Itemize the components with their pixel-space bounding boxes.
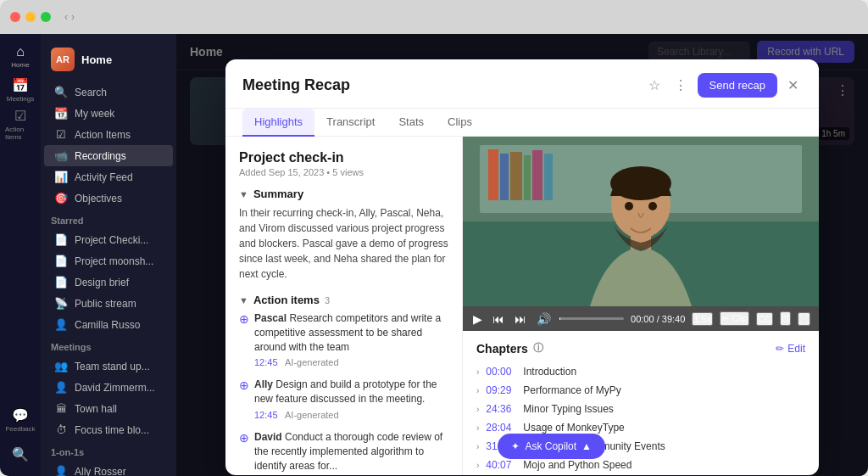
minimize-button[interactable] (25, 12, 36, 22)
close-button[interactable] (10, 12, 20, 22)
volume-button[interactable]: 🔊 (535, 312, 553, 326)
more-options-button[interactable]: ⋮ (670, 76, 691, 95)
clip-button[interactable]: ✂ Clip (720, 311, 749, 326)
action-desc-3: Conduct a thorough code review of the re… (254, 431, 442, 472)
send-recap-button[interactable]: Send recap (698, 73, 778, 98)
svg-rect-5 (510, 152, 522, 200)
sidebar-item-actionitems[interactable]: ☑ Action Items (44, 124, 173, 145)
action-meta-2: 12:45 AI-generated (254, 406, 448, 422)
action-person-3: David (254, 431, 282, 443)
star-button[interactable]: ☆ (645, 76, 664, 95)
sidebar-item-project-checkin[interactable]: 📄 Project Checki... (44, 229, 173, 250)
person-icon: 👤 (54, 318, 68, 331)
chapter-chevron-2: › (476, 405, 479, 414)
nav-action-items[interactable]: ☑ Action Items (5, 109, 36, 139)
sidebar-item-objectives-label: Objectives (75, 193, 122, 204)
sidebar-item-ally[interactable]: 👤 Ally Rosser (44, 461, 173, 476)
modal-left-panel: Project check-in Added Sep 15, 2023 • 5 … (225, 137, 463, 475)
meeting-title: Project check-in (239, 150, 448, 165)
skip-forward-button[interactable]: ⏭ (513, 312, 528, 326)
action-items-section-header[interactable]: ▼ Action items 3 (239, 294, 448, 306)
home-title: Home (81, 53, 112, 66)
chapter-item-0[interactable]: › 00:00 Introduction (476, 362, 805, 381)
chapter-chevron-3: › (476, 423, 479, 433)
chapters-info-icon: ⓘ (533, 341, 543, 356)
collapse-action-items-icon: ▼ (239, 295, 248, 305)
copilot-chevron-icon: ▲ (581, 440, 592, 452)
chapter-name-3: Usage of MonkeyType (523, 422, 624, 434)
action-content-2: Ally Design and build a prototype for th… (254, 378, 448, 422)
tab-transcript[interactable]: Transcript (314, 109, 387, 137)
stream-icon: 📡 (54, 297, 68, 310)
modal-overlay: Meeting Recap ☆ ⋮ Send recap ✕ Highlight… (176, 34, 868, 476)
ally-icon: 👤 (54, 465, 68, 476)
ask-copilot-button[interactable]: ✦ Ask Copilot ▲ (498, 434, 605, 459)
david-icon: 👤 (54, 381, 68, 394)
nav-feedback-label: Feedback (5, 425, 35, 433)
svg-rect-3 (488, 149, 498, 200)
fullscreen-button[interactable]: ⛶ (798, 312, 810, 326)
nav-feedback[interactable]: 💬 Feedback (5, 405, 36, 435)
action-ai-2: AI-generated (285, 410, 339, 420)
chapter-chevron-0: › (476, 367, 479, 377)
sidebar-item-design-brief[interactable]: 📄 Design brief (44, 272, 173, 293)
sidebar-item-public-stream[interactable]: 📡 Public stream (44, 293, 173, 314)
sidebar-item-objectives[interactable]: 🎯 Objectives (44, 188, 173, 209)
speed-button[interactable]: 1.5x (692, 312, 713, 326)
sidebar-townhall-label: Town hall (75, 403, 117, 415)
collapse-summary-icon: ▼ (239, 189, 248, 199)
maximize-button[interactable] (41, 12, 51, 22)
sidebar-item-search-label: Search (75, 87, 107, 98)
cc-button[interactable]: CC (756, 312, 773, 326)
sidebar: AR Home 🔍 Search 📆 My week ☑ Action Item… (41, 34, 176, 476)
video-frame (463, 137, 819, 306)
sidebar-item-focustime[interactable]: ⏱ Focus time blo... (44, 419, 173, 440)
sidebar-item-recordings[interactable]: 📹 Recordings (44, 145, 173, 166)
nav-search-icon-btn[interactable]: 🔍 (5, 439, 36, 469)
doc-icon-2: 📄 (54, 255, 68, 267)
tab-clips[interactable]: Clips (436, 109, 484, 137)
tab-highlights[interactable]: Highlights (242, 109, 314, 137)
add-icon-1[interactable]: ⊕ (239, 312, 249, 326)
sidebar-item-townhall[interactable]: 🏛 Town hall (44, 398, 173, 419)
sidebar-item-project-moonsh[interactable]: 📄 Project moonsh... (44, 250, 173, 272)
close-modal-button[interactable]: ✕ (784, 76, 802, 95)
home-icon: ⌂ (16, 44, 25, 59)
sidebar-item-standup[interactable]: 👥 Team stand up... (44, 356, 173, 377)
recordings-icon: 📹 (54, 149, 68, 162)
chapter-time-2: 24:36 (486, 403, 516, 415)
add-icon-2[interactable]: ⊕ (239, 378, 249, 392)
chapter-chevron-1: › (476, 386, 479, 395)
svg-rect-6 (524, 155, 531, 200)
sidebar-item-david-z[interactable]: 👤 David Zimmerm... (44, 377, 173, 398)
add-icon-3[interactable]: ⊕ (239, 431, 249, 445)
forward-button[interactable]: › (71, 11, 75, 23)
svg-point-12 (625, 202, 633, 210)
sidebar-item-activityfeed[interactable]: 📊 Activity Feed (44, 166, 173, 188)
play-button[interactable]: ▶ (471, 312, 484, 326)
nav-meetings[interactable]: 📅 Meetings (5, 75, 36, 105)
sidebar-item-myweek[interactable]: 📆 My week (44, 103, 173, 124)
action-time-2[interactable]: 12:45 (254, 410, 278, 420)
edit-chapters-button[interactable]: ✏ Edit (776, 343, 805, 355)
screen-button[interactable]: ⊡ (780, 311, 791, 326)
progress-bar[interactable] (559, 317, 624, 320)
tab-stats[interactable]: Stats (387, 109, 436, 137)
nav-home[interactable]: ⌂ Home (5, 41, 36, 71)
checkbox-icon: ☑ (54, 128, 68, 141)
meetings-icon: 📅 (12, 77, 29, 93)
doc-icon: 📄 (54, 233, 68, 246)
sidebar-item-search[interactable]: 🔍 Search (44, 81, 173, 103)
back-button[interactable]: ‹ (64, 11, 68, 23)
chapter-name-2: Minor Typing Issues (523, 403, 614, 415)
summary-section-header[interactable]: ▼ Summary (239, 188, 448, 200)
chapter-item-1[interactable]: › 09:29 Performance of MyPy (476, 381, 805, 400)
chapter-name-1: Performance of MyPy (523, 384, 620, 396)
chapter-item-2[interactable]: › 24:36 Minor Typing Issues (476, 400, 805, 418)
sidebar-item-camilla[interactable]: 👤 Camilla Russo (44, 314, 173, 335)
svg-point-13 (648, 202, 657, 210)
sidebar-item-recordings-label: Recordings (75, 150, 126, 162)
action-time-1[interactable]: 12:45 (254, 357, 278, 367)
skip-back-button[interactable]: ⏮ (491, 312, 506, 326)
video-svg (463, 137, 819, 306)
